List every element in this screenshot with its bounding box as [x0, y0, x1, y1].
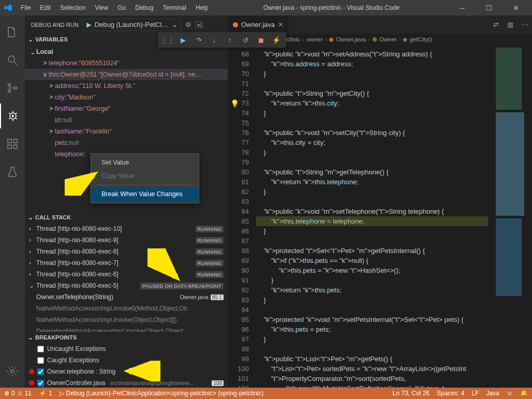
close-icon[interactable]: ✕: [278, 21, 284, 28]
extensions-icon[interactable]: [0, 131, 25, 156]
breakpoint-row[interactable]: Uncaught Exceptions: [25, 343, 228, 354]
svg-point-2: [8, 84, 11, 86]
step-over-button[interactable]: ↷: [192, 33, 205, 47]
hot-reload-button[interactable]: ⚡: [270, 33, 283, 47]
continue-button[interactable]: ▶: [176, 33, 190, 47]
breakpoint-row[interactable]: Owner.telephone : String: [25, 366, 228, 377]
menu-debug[interactable]: Debug: [131, 2, 157, 13]
code-editor[interactable]: 6869707172737475767778798081828384858687…: [228, 45, 532, 388]
test-icon[interactable]: [0, 159, 25, 184]
breakpoint-checkbox[interactable]: [37, 346, 44, 352]
breakpoint-checkbox[interactable]: [37, 380, 44, 387]
more-icon[interactable]: ⋯: [518, 21, 532, 28]
svg-line-7: [9, 113, 10, 114]
debug-icon[interactable]: [0, 104, 25, 128]
status-launch[interactable]: ▷Debug (Launch)-PetClinicApplication<spr…: [60, 390, 264, 397]
status-spaces[interactable]: Spaces: 4: [437, 390, 464, 397]
stop-button[interactable]: ◼: [254, 33, 268, 47]
svg-rect-12: [8, 139, 11, 143]
status-lang[interactable]: Java: [486, 390, 499, 397]
ctx-break-value-changes[interactable]: Break When Value Changes: [91, 187, 199, 201]
status-eol[interactable]: LF: [471, 390, 479, 397]
breakpoint-dot-icon: [29, 369, 34, 374]
stack-frame-row[interactable]: Owner.setTelephone(String)Owner.java85:1: [25, 291, 228, 303]
variable-row[interactable]: >city: "Madison": [25, 92, 228, 103]
variable-row[interactable]: pets: null: [25, 137, 228, 149]
menu-file[interactable]: File: [17, 2, 35, 13]
menu-help[interactable]: Help: [191, 2, 213, 13]
svg-rect-19: [496, 48, 522, 110]
restart-button[interactable]: ↺: [239, 33, 252, 47]
variable-row[interactable]: >telephone: "6085551024": [25, 57, 228, 69]
grip-icon[interactable]: ⋮⋮: [161, 33, 174, 47]
debug-config-name: Debug (Launch)-PetClinicA: [95, 21, 169, 28]
explorer-icon[interactable]: [0, 20, 25, 45]
step-into-button[interactable]: ↓: [208, 33, 221, 47]
status-problems[interactable]: ⊗0⚠11: [4, 390, 32, 397]
status-feedback-icon[interactable]: ☺: [507, 390, 513, 397]
menu-terminal[interactable]: Terminal: [159, 2, 190, 13]
status-cursor[interactable]: Ln 73, Col 26: [393, 390, 430, 397]
breakpoint-dot-icon: [29, 380, 34, 386]
thread-row[interactable]: ⌄Thread [http-nio-8080-exec-5]PAUSED ON …: [25, 280, 228, 291]
thread-row[interactable]: ›Thread [http-nio-8080-exec-8]RUNNING: [25, 246, 228, 257]
svg-rect-15: [13, 139, 17, 143]
thread-row[interactable]: ›Thread [http-nio-8080-exec-7]RUNNING: [25, 257, 228, 269]
scm-icon[interactable]: [0, 76, 25, 100]
debug-config-dropdown[interactable]: ▶ Debug (Launch)-PetClinicA ⌄: [83, 19, 181, 31]
debug-console-icon[interactable]: ▸|: [196, 21, 204, 28]
breakpoint-row[interactable]: OwnerController.javasrc\main\java\org\sp…: [25, 377, 228, 388]
debug-toolbar[interactable]: ⋮⋮ ▶ ↷ ↓ ↑ ↺ ◼ ⚡: [158, 32, 286, 48]
settings-icon[interactable]: [0, 359, 25, 383]
gear-icon[interactable]: ⚙: [185, 21, 191, 28]
variable-row[interactable]: vthis: Owner@251 "[Owner@7ddce0cd id = […: [25, 69, 228, 80]
breakpoint-row[interactable]: Caught Exceptions: [25, 354, 228, 366]
status-port[interactable]: ⚡1: [39, 390, 52, 397]
variable-row[interactable]: id: null: [25, 114, 228, 126]
svg-rect-20: [496, 112, 524, 216]
scope-local[interactable]: ⌄Local: [25, 46, 228, 57]
menu-edit[interactable]: Edit: [36, 2, 55, 13]
split-icon[interactable]: ▥: [503, 21, 518, 28]
variable-context-menu: Set Value Copy Value Break When Value Ch…: [91, 153, 199, 203]
editor-tab-owner[interactable]: Owner.java ✕: [228, 16, 289, 34]
breakpoints-header[interactable]: ⌄BREAKPOINTS: [25, 332, 228, 343]
title-bar: File Edit Selection View Go Debug Termin…: [0, 0, 532, 16]
svg-point-16: [11, 370, 14, 373]
svg-rect-21: [496, 218, 522, 296]
menu-selection[interactable]: Selection: [56, 2, 90, 13]
menu-bar: File Edit Selection View Go Debug Termin…: [17, 2, 213, 13]
stack-frame-row[interactable]: NativeMethodAccessorImpl.invoke0(Method,…: [25, 303, 228, 314]
status-bell-icon[interactable]: 🔔: [520, 390, 528, 397]
maximize-button[interactable]: ☐: [477, 0, 501, 16]
callstack-header[interactable]: ⌄CALL STACK: [25, 212, 228, 223]
breakpoint-checkbox[interactable]: [37, 368, 44, 375]
svg-rect-14: [13, 145, 17, 149]
variable-row[interactable]: >firstName: "George": [25, 103, 228, 114]
window-title: Owner.java - spring-petclinic - Visual S…: [213, 4, 450, 11]
variable-row[interactable]: >lastName: "Franklin": [25, 126, 228, 137]
menu-view[interactable]: View: [91, 2, 112, 13]
editor-tab-bar: Owner.java ✕ ⇄ ▥ ⋯: [228, 16, 532, 34]
callstack-pane: ›Thread [http-nio-8080-exec-10]RUNNING›T…: [25, 223, 228, 332]
ctx-set-value[interactable]: Set Value: [91, 156, 199, 169]
lightbulb-icon[interactable]: 💡: [230, 99, 239, 109]
compare-icon[interactable]: ⇄: [489, 21, 503, 28]
editor-area: Owner.java ✕ ⇄ ▥ ⋯ work› samples› petcli…: [228, 16, 532, 388]
svg-line-10: [16, 118, 17, 119]
menu-go[interactable]: Go: [113, 2, 130, 13]
svg-point-3: [8, 90, 11, 93]
minimize-button[interactable]: ─: [450, 0, 474, 16]
search-icon[interactable]: [0, 48, 25, 72]
variable-row[interactable]: >address: "110 W. Liberty St.": [25, 80, 228, 92]
close-button[interactable]: ✕: [504, 0, 528, 16]
thread-row[interactable]: ›Thread [http-nio-8080-exec-10]RUNNING: [25, 223, 228, 234]
breakpoint-checkbox[interactable]: [37, 357, 44, 364]
stack-frame-row[interactable]: NativeMethodAccessorImpl.invoke(Object,O…: [25, 314, 228, 326]
minimap[interactable]: [493, 45, 532, 388]
stack-frame-row[interactable]: DelegatingMethodAccessorImpl.invoke(Obje…: [25, 326, 228, 332]
thread-row[interactable]: ›Thread [http-nio-8080-exec-9]RUNNING: [25, 234, 228, 246]
svg-line-9: [9, 118, 10, 119]
thread-row[interactable]: ›Thread [http-nio-8080-exec-6]RUNNING: [25, 269, 228, 280]
step-out-button[interactable]: ↑: [223, 33, 237, 47]
